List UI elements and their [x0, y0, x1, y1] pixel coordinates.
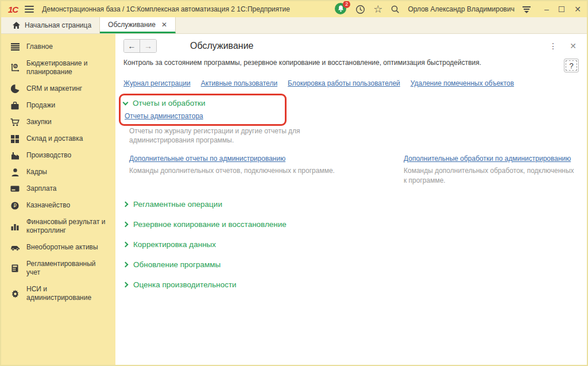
collapsed-sections: Регламентные операции Резервное копирова…: [115, 185, 587, 289]
car-icon: [10, 244, 20, 251]
additional-reports-description: Команды дополнительных отчетов, подключе…: [129, 166, 398, 175]
cart-icon: [10, 118, 20, 126]
section-title: Оценка производительности: [133, 280, 237, 289]
factory-icon: [10, 152, 20, 160]
link-active-users[interactable]: Активные пользователи: [201, 79, 277, 87]
sidebar-item-hr[interactable]: Кадры: [1, 164, 115, 180]
help-button[interactable]: ?: [564, 59, 579, 72]
sidebar-item-label: Кадры: [26, 168, 47, 176]
sidebar-item-admin[interactable]: НСИ и администрирование: [1, 281, 115, 306]
section-title: Обновление программы: [133, 260, 220, 269]
chevron-right-icon: [123, 241, 129, 247]
section-performance-evaluation[interactable]: Оценка производительности: [123, 280, 579, 289]
sidebar-item-budgeting[interactable]: ₽ Бюджетирование и планирование: [1, 55, 115, 80]
maintenance-panel: ← → Обслуживание ⋮ ✕ Контроль за состоян…: [115, 34, 587, 365]
section-header-reports[interactable]: Отчеты и обработки: [123, 99, 206, 107]
section-title: Регламентные операции: [133, 200, 222, 209]
person-icon: [10, 168, 20, 176]
section-sidebar: Главное ₽ Бюджетирование и планирование …: [1, 34, 115, 365]
window-title: Демонстрационная база / 1С:Комплексная а…: [42, 5, 290, 13]
sidebar-item-label: Бюджетирование и планирование: [26, 59, 111, 76]
section-scheduled-operations[interactable]: Регламентные операции: [123, 200, 579, 209]
search-icon[interactable]: [390, 5, 400, 14]
minimize-button[interactable]: –: [544, 5, 549, 13]
svg-text:₽: ₽: [15, 64, 17, 68]
chevron-right-icon: [123, 201, 129, 207]
warehouse-grid-icon: [10, 135, 20, 143]
tab-maintenance-label: Обслуживание: [108, 21, 156, 29]
payment-card-icon: [10, 186, 20, 192]
page-title: Обслуживание: [190, 41, 253, 51]
link-event-log[interactable]: Журнал регистрации: [123, 79, 191, 87]
app-window: 1С Демонстрационная база / 1С:Комплексна…: [0, 0, 588, 366]
sidebar-item-glavnoe[interactable]: Главное: [1, 38, 115, 55]
sidebar-item-warehouse[interactable]: Склад и доставка: [1, 130, 115, 147]
section-title: Резервное копирование и восстановление: [133, 220, 287, 229]
link-additional-reports[interactable]: Дополнительные отчеты по администрирован…: [129, 155, 285, 163]
tab-home-label: Начальная страница: [25, 21, 91, 29]
sidebar-item-label: Казначейство: [26, 201, 70, 210]
section-backup-restore[interactable]: Резервное копирование и восстановление: [123, 220, 579, 229]
chevron-right-icon: [123, 282, 129, 287]
title-bar: 1С Демонстрационная база / 1С:Комплексна…: [1, 1, 587, 17]
additional-processing-description: Команды дополнительных обработок, подклю…: [404, 166, 579, 184]
link-delete-marked[interactable]: Удаление помеченных объектов: [411, 79, 514, 87]
sidebar-item-label: Внеоборотные активы: [26, 243, 98, 252]
tab-maintenance[interactable]: Обслуживание ✕: [100, 17, 176, 33]
section-data-correction[interactable]: Корректировка данных: [123, 240, 579, 249]
sidebar-item-treasury[interactable]: ₽ Казначейство: [1, 197, 115, 214]
budget-chart-icon: ₽: [10, 63, 20, 72]
notification-badge: 2: [343, 1, 350, 8]
sidebar-item-label: CRM и маркетинг: [26, 84, 82, 93]
sidebar-item-crm[interactable]: CRM и маркетинг: [1, 80, 115, 97]
close-panel-icon[interactable]: ✕: [570, 41, 577, 51]
panel-header: ← → Обслуживание ⋮ ✕: [115, 34, 587, 56]
bar-chart-icon: [10, 223, 20, 230]
link-additional-processing[interactable]: Дополнительные обработки по администриро…: [404, 155, 571, 163]
current-user[interactable]: Орлов Александр Владимирович: [408, 5, 514, 13]
sidebar-item-purchases[interactable]: Закупки: [1, 114, 115, 130]
sidebar-item-payroll[interactable]: Зарплата: [1, 180, 115, 197]
gear-icon: [10, 290, 20, 298]
chevron-right-icon: [123, 221, 129, 227]
maximize-button[interactable]: ☐: [558, 5, 566, 13]
link-admin-reports[interactable]: Отчеты администратора: [125, 112, 203, 120]
tab-home[interactable]: Начальная страница: [5, 17, 100, 33]
tab-close-icon[interactable]: ✕: [161, 21, 167, 29]
notifications-button[interactable]: 2: [335, 3, 347, 16]
section-title: Отчеты и обработки: [133, 99, 206, 107]
1c-logo: 1С: [8, 5, 18, 14]
sidebar-item-regulated[interactable]: Регламентированный учет: [1, 256, 115, 281]
sidebar-item-production[interactable]: Производство: [1, 147, 115, 164]
link-user-lock[interactable]: Блокировка работы пользователей: [288, 79, 400, 87]
calculator-icon: [10, 264, 20, 272]
sidebar-item-assets[interactable]: Внеоборотные активы: [1, 239, 115, 256]
svg-text:₽: ₽: [13, 203, 17, 209]
section-reports-processing: Отчеты и обработки Отчеты администратора: [123, 98, 209, 123]
chevron-down-icon: [123, 99, 129, 105]
home-icon: [13, 22, 20, 29]
sidebar-item-finresult[interactable]: Финансовый результат и контроллинг: [1, 214, 115, 239]
quick-links: Журнал регистрации Активные пользователи…: [115, 72, 587, 88]
history-icon[interactable]: [355, 5, 365, 14]
sidebar-item-label: Финансовый результат и контроллинг: [26, 218, 111, 235]
more-menu-icon[interactable]: ⋮: [549, 41, 557, 51]
sidebar-item-label: Склад и доставка: [26, 134, 83, 143]
sidebar-item-label: Продажи: [26, 101, 55, 110]
forward-button[interactable]: →: [140, 40, 156, 52]
tab-bar: Начальная страница Обслуживание ✕: [1, 17, 587, 34]
favorites-star-icon[interactable]: ☆: [373, 4, 382, 14]
pie-chart-icon: [10, 84, 20, 93]
sidebar-item-label: Производство: [26, 151, 71, 160]
close-window-button[interactable]: ✕: [574, 5, 581, 13]
section-program-update[interactable]: Обновление программы: [123, 260, 579, 269]
list-icon: [10, 43, 20, 51]
service-settings-icon[interactable]: [523, 5, 531, 13]
sidebar-item-label: НСИ и администрирование: [26, 285, 111, 302]
sidebar-item-label: Зарплата: [26, 184, 57, 193]
main-menu-icon[interactable]: [25, 6, 34, 13]
sidebar-item-sales[interactable]: Продажи: [1, 97, 115, 114]
sidebar-item-label: Регламентированный учет: [26, 260, 111, 277]
back-button[interactable]: ←: [124, 40, 140, 52]
page-description: Контроль за состоянием программы, резерв…: [123, 59, 481, 67]
